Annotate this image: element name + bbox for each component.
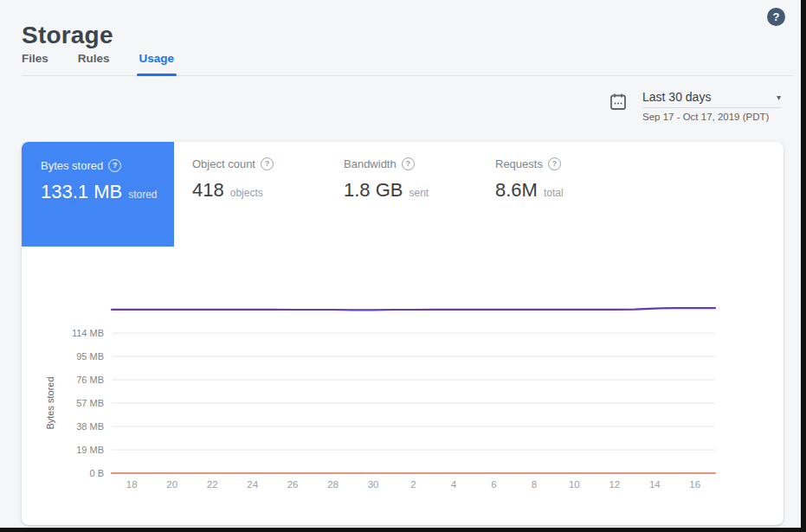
svg-text:38 MB: 38 MB [76,421,104,432]
page-title: Storage [22,22,113,49]
svg-text:26: 26 [287,479,299,490]
svg-text:18: 18 [126,479,138,490]
svg-text:6: 6 [491,479,496,490]
date-preset-label: Last 30 days [642,90,711,104]
date-range-selector[interactable]: Last 30 days ▾ Sep 17 - Oct 17, 2019 (PD… [609,90,781,122]
svg-text:22: 22 [207,479,218,490]
svg-text:10: 10 [569,479,580,490]
tab-rules[interactable]: Rules [78,52,110,65]
svg-text:20: 20 [166,479,177,490]
calendar-icon [609,93,627,111]
usage-line-chart[interactable]: 0 B19 MB38 MB57 MB76 MB95 MB114 MBBytes … [22,142,783,525]
help-button[interactable]: ? [767,8,785,26]
tab-bar: Files Rules Usage [22,52,793,76]
svg-text:114 MB: 114 MB [72,328,104,338]
svg-text:12: 12 [609,479,620,490]
tab-files[interactable]: Files [22,52,48,65]
svg-text:28: 28 [327,479,339,490]
svg-text:57 MB: 57 MB [76,398,104,408]
date-range-detail: Sep 17 - Oct 17, 2019 (PDT) [642,108,781,122]
storage-usage-page: Storage ? Files Rules Usage Last 30 days… [0,0,806,532]
svg-text:16: 16 [689,479,700,490]
svg-text:Bytes stored: Bytes stored [45,376,55,429]
usage-card: Bytes stored ? 133.1 MB stored Object co… [22,142,783,525]
svg-text:8: 8 [532,479,537,490]
svg-text:0 B: 0 B [89,468,104,478]
chevron-down-icon: ▾ [777,93,781,102]
date-range-text: Last 30 days ▾ Sep 17 - Oct 17, 2019 (PD… [642,90,781,122]
svg-text:30: 30 [368,479,379,490]
help-icon: ? [773,11,780,22]
svg-text:76 MB: 76 MB [76,375,104,385]
svg-text:95 MB: 95 MB [76,351,104,362]
svg-text:2: 2 [410,479,416,490]
svg-text:24: 24 [247,479,258,490]
tab-usage[interactable]: Usage [139,52,175,65]
svg-text:19 MB: 19 MB [76,445,104,455]
svg-text:4: 4 [451,479,457,490]
svg-text:14: 14 [649,479,661,490]
